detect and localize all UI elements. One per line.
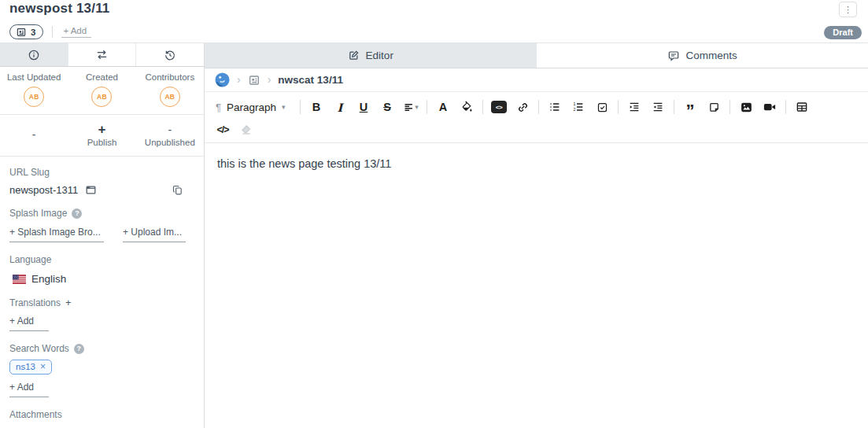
page-title: newspost 13/11: [9, 1, 110, 17]
code-block-button[interactable]: <>: [487, 98, 511, 116]
last-updated-avatar: AB: [24, 87, 44, 107]
highlight-color-button[interactable]: [455, 98, 478, 116]
chevron-right-icon: ›: [237, 74, 241, 87]
splash-image-browse-button[interactable]: + Splash Image Bro...: [9, 227, 104, 242]
quote-icon: ”: [686, 99, 695, 115]
created-col: Created AB: [68, 72, 135, 107]
chevron-right-icon: ›: [268, 74, 271, 87]
versions-pill[interactable]: 3: [9, 24, 43, 39]
edit-icon: [348, 50, 360, 61]
checklist-icon: [597, 101, 608, 113]
language-field: Language English: [9, 254, 194, 285]
kebab-menu-icon: ⋮: [844, 5, 852, 15]
chevron-down-icon: ▾: [415, 103, 419, 111]
svg-text:1: 1: [573, 101, 575, 106]
publish-value: +: [98, 124, 106, 136]
newspaper-icon[interactable]: [248, 74, 260, 87]
breadcrumb-category[interactable]: nwscat 13/11: [278, 74, 343, 86]
unpublished-state: - Unpublished: [136, 120, 204, 149]
versions-count: 3: [31, 28, 35, 37]
publish-sub: Publish: [87, 138, 117, 147]
italic-button[interactable]: I: [328, 98, 352, 116]
numbered-list-button[interactable]: 1 2: [567, 98, 590, 116]
image-icon: [740, 101, 753, 114]
translations-label: Translations: [9, 297, 61, 308]
blockquote-button[interactable]: ”: [678, 98, 702, 116]
insert-video-button[interactable]: [758, 98, 781, 116]
rich-text-editor[interactable]: this is the news page testing 13/11: [205, 143, 868, 428]
publish-state: + Publish: [68, 120, 135, 149]
site-logo-icon[interactable]: [215, 72, 230, 87]
contributors-col: Contributors AB: [136, 72, 204, 107]
help-icon[interactable]: ?: [74, 344, 84, 354]
align-button[interactable]: ▾: [399, 98, 423, 116]
sticky-note-icon: [708, 101, 720, 113]
sticky-note-button[interactable]: [702, 98, 726, 116]
tab-comments[interactable]: Comments: [537, 43, 868, 68]
indent-icon: [628, 101, 641, 113]
attachments-field: Attachments + Add: [9, 409, 194, 428]
tab-workflow[interactable]: [68, 43, 136, 66]
created-avatar: AB: [91, 87, 112, 107]
tag-text: ns13: [16, 362, 35, 371]
link-button[interactable]: [511, 98, 534, 116]
splash-image-field: Splash Image ? + Splash Image Bro... + U…: [9, 208, 194, 242]
paragraph-format-label: Paragraph: [227, 101, 276, 113]
video-camera-icon: [763, 100, 777, 114]
tab-editor[interactable]: Editor: [205, 43, 537, 68]
breadcrumb: › › nwscat 13/11: [205, 68, 868, 92]
last-updated-label: Last Updated: [7, 72, 61, 82]
help-icon[interactable]: ?: [72, 208, 82, 219]
created-label: Created: [86, 72, 118, 82]
updated-value: -: [32, 128, 36, 141]
search-words-field: Search Words ? ns13 × + Add: [9, 343, 194, 397]
tab-info[interactable]: [0, 43, 68, 66]
history-icon: [164, 49, 176, 61]
code-view-button[interactable]: </>: [211, 120, 235, 139]
translations-add-button[interactable]: + Add: [9, 315, 49, 331]
outdent-button[interactable]: [646, 98, 670, 116]
align-left-icon: [403, 101, 415, 113]
remove-tag-icon[interactable]: ×: [40, 361, 46, 372]
indent-button[interactable]: [622, 98, 646, 116]
header-actions: 3 + Add: [9, 24, 91, 39]
kebab-menu-button[interactable]: ⋮: [839, 2, 857, 17]
meta-row: Last Updated AB Created AB Contributors …: [0, 67, 204, 115]
paragraph-format-dropdown[interactable]: ¶ Paragraph ▾: [211, 101, 296, 113]
search-word-tag[interactable]: ns13 ×: [9, 360, 52, 374]
svg-text:2: 2: [573, 107, 575, 112]
checklist-button[interactable]: [590, 98, 614, 116]
search-words-add-button[interactable]: + Add: [9, 382, 49, 397]
swap-arrows-icon: [95, 48, 109, 61]
contributors-label: Contributors: [146, 72, 195, 82]
chevron-down-icon: ▾: [282, 103, 286, 111]
outdent-icon: [652, 101, 664, 113]
insert-table-button[interactable]: [790, 98, 814, 116]
editor-paragraph[interactable]: this is the news page testing 13/11: [217, 157, 855, 170]
language-label: Language: [9, 254, 194, 265]
translations-field: Translations + + Add: [9, 297, 194, 331]
underline-button[interactable]: U: [352, 98, 375, 116]
translations-plus-button[interactable]: +: [65, 297, 72, 308]
open-window-icon[interactable]: [85, 184, 97, 196]
attachments-label: Attachments: [9, 409, 194, 420]
font-color-button[interactable]: A: [431, 98, 455, 116]
numbered-list-icon: 1 2: [572, 101, 585, 113]
tab-history[interactable]: [135, 43, 204, 66]
strikethrough-button[interactable]: S: [375, 98, 399, 116]
link-icon: [516, 101, 530, 114]
insert-image-button[interactable]: [734, 98, 758, 116]
copy-icon[interactable]: [172, 184, 183, 196]
header-add-button[interactable]: + Add: [61, 26, 91, 38]
table-icon: [796, 101, 808, 113]
search-words-label: Search Words: [9, 343, 69, 354]
header-divider: [52, 26, 53, 38]
language-selector[interactable]: English: [9, 273, 194, 285]
bullet-list-button[interactable]: [543, 98, 567, 116]
bold-button[interactable]: B: [305, 98, 328, 116]
publish-state-row: - + Publish - Unpublished: [0, 115, 204, 157]
remove-format-button[interactable]: [235, 120, 258, 139]
bullet-list-icon: [549, 101, 561, 113]
splash-image-upload-button[interactable]: + Upload Im...: [123, 227, 186, 242]
main-tabs: Editor Comments: [205, 43, 868, 68]
